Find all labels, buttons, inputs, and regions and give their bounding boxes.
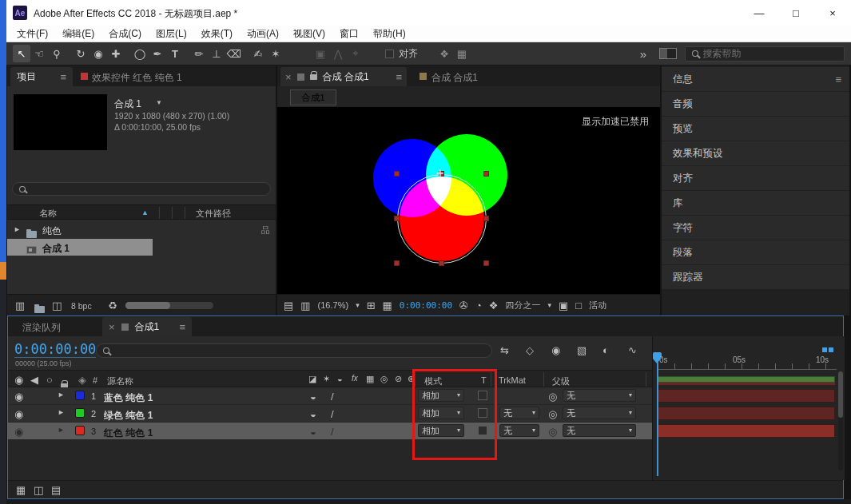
- selection-handle[interactable]: [394, 216, 400, 221]
- disclosure-icon[interactable]: ►: [58, 391, 65, 399]
- layer-duration-bar[interactable]: [658, 424, 835, 438]
- quality-best-icon[interactable]: /: [331, 391, 334, 402]
- video-eye-icon[interactable]: ◉: [14, 427, 23, 437]
- hand-tool-icon[interactable]: ☜: [30, 45, 48, 62]
- sidebar-panel-libraries[interactable]: 库: [662, 191, 849, 215]
- display-secondary-icon[interactable]: ▥: [300, 300, 310, 311]
- chevron-down-icon[interactable]: ▾: [356, 302, 360, 309]
- mask-visibility-icon[interactable]: ▦: [383, 300, 392, 311]
- layer-row-green[interactable]: ◉ ► 2 绿色 纯色 1 ◒ / 相加 ▾ 无 ▾ ◎ 无 ▾: [8, 405, 652, 422]
- parent-dropdown[interactable]: 无 ▾: [563, 424, 636, 437]
- brush-tool-icon[interactable]: ✏: [190, 45, 208, 62]
- display-icon[interactable]: ▤: [284, 300, 293, 311]
- scrollbar-thumb[interactable]: [838, 371, 843, 418]
- menu-composition[interactable]: 合成(C): [101, 26, 149, 42]
- magnification-dropdown[interactable]: (16.7%): [318, 300, 349, 310]
- rotation-tool-icon[interactable]: ↻: [72, 45, 89, 62]
- type-tool-icon[interactable]: T: [166, 45, 184, 62]
- color-depth-button[interactable]: 8 bpc: [71, 301, 92, 311]
- composition-viewer[interactable]: 显示加速已禁用 +: [277, 107, 660, 294]
- disclosure-icon[interactable]: ►: [58, 409, 65, 416]
- transparency-grid-icon[interactable]: □: [575, 300, 582, 311]
- preserve-transparency-checkbox[interactable]: [478, 426, 487, 435]
- sidebar-panel-preview[interactable]: 预览: [662, 117, 849, 141]
- tab-project[interactable]: 项目 ≡: [10, 67, 73, 86]
- grid-and-guides-icon[interactable]: ⊞: [367, 300, 376, 311]
- pickwhip-icon[interactable]: ◎: [548, 391, 557, 402]
- audio-icon[interactable]: ◀: [30, 375, 38, 385]
- sidebar-panel-effects-presets[interactable]: 效果和预设: [662, 141, 849, 165]
- solo-icon[interactable]: ○: [46, 375, 53, 385]
- project-search-box[interactable]: [12, 182, 271, 196]
- toggle-switches-pane-icon[interactable]: ▦: [16, 485, 26, 495]
- lock-icon[interactable]: [310, 74, 317, 80]
- layer-color-chip[interactable]: [75, 426, 85, 435]
- column-parent[interactable]: 父级: [552, 375, 570, 387]
- snap-checkbox[interactable]: [385, 50, 394, 58]
- selection-handle[interactable]: [483, 260, 489, 266]
- channels-icon[interactable]: ❖: [489, 300, 499, 311]
- sort-ascending-icon[interactable]: ▲: [141, 208, 149, 216]
- menu-edit[interactable]: 编辑(E): [55, 26, 101, 42]
- video-eye-icon[interactable]: ◉: [14, 391, 23, 402]
- help-search-input[interactable]: [703, 48, 837, 59]
- tab-composition-secondary[interactable]: 合成 合成1: [431, 71, 478, 85]
- work-area-bar[interactable]: [658, 376, 835, 383]
- quality-toggle-icon[interactable]: ◒: [310, 409, 316, 419]
- zoom-tool-icon[interactable]: ⚲: [48, 45, 66, 62]
- layer-duration-bar[interactable]: [658, 389, 835, 403]
- composition-mini-flowchart-icon[interactable]: ⇆: [500, 345, 509, 355]
- sidebar-panel-character[interactable]: 字符: [662, 216, 849, 240]
- menu-help[interactable]: 帮助(H): [366, 26, 413, 42]
- close-button[interactable]: ×: [814, 0, 851, 26]
- project-search-input[interactable]: [30, 184, 264, 195]
- disclosure-icon[interactable]: ►: [14, 226, 21, 233]
- work-area-end-handle[interactable]: [822, 347, 827, 352]
- toggle-transfer-controls-icon[interactable]: ◫: [34, 485, 43, 495]
- menu-view[interactable]: 视图(V): [286, 26, 332, 42]
- layer-row-blue[interactable]: ◉ ► 1 蓝色 纯色 1 ◒ / 相加 ▾ ◎ 无 ▾: [8, 387, 652, 404]
- scrollbar-thumb[interactable]: [125, 302, 170, 309]
- panel-menu-icon[interactable]: ≡: [835, 74, 841, 85]
- selection-handle[interactable]: [394, 171, 400, 177]
- snapshot-icon[interactable]: ✇: [459, 300, 468, 311]
- column-file-path[interactable]: 文件路径: [196, 208, 231, 220]
- graph-editor-icon[interactable]: ∿: [628, 345, 637, 355]
- timeline-search-input[interactable]: [114, 345, 485, 356]
- view-dropdown[interactable]: 活动: [589, 300, 606, 312]
- blend-mode-dropdown[interactable]: 相加 ▾: [418, 389, 464, 402]
- preserve-transparency-checkbox[interactable]: [478, 408, 487, 418]
- playhead-line[interactable]: [657, 359, 658, 476]
- pickwhip-icon[interactable]: ◎: [548, 427, 557, 437]
- toggle-inout-pane-icon[interactable]: ▤: [51, 485, 61, 495]
- clone-stamp-tool-icon[interactable]: ⊥: [208, 45, 225, 62]
- blend-mode-dropdown[interactable]: 相加 ▾: [418, 424, 464, 437]
- menu-effect[interactable]: 效果(T): [194, 26, 240, 42]
- shape-tool-icon[interactable]: ◯: [131, 45, 149, 62]
- show-snapshot-icon[interactable]: ◔: [475, 300, 482, 311]
- workspace-icon[interactable]: [659, 48, 677, 59]
- close-icon[interactable]: ×: [109, 322, 115, 332]
- grid-options-icon[interactable]: ▦: [453, 45, 471, 62]
- vertical-scrollbar[interactable]: [838, 371, 843, 470]
- parent-dropdown[interactable]: 无 ▾: [563, 389, 636, 402]
- panel-menu-icon[interactable]: ≡: [60, 72, 66, 82]
- viewer-tab[interactable]: 合成1: [290, 89, 336, 105]
- video-eye-icon[interactable]: ◉: [14, 409, 23, 419]
- horizontal-scrollbar[interactable]: [125, 302, 213, 309]
- current-time-display[interactable]: 0:00:00:00: [14, 341, 96, 358]
- column-mode[interactable]: 模式: [424, 375, 442, 387]
- menu-layer[interactable]: 图层(L): [149, 26, 194, 42]
- panel-menu-icon[interactable]: ≡: [179, 322, 185, 332]
- selection-handle[interactable]: [439, 260, 444, 266]
- sidebar-panel-tracker[interactable]: 跟踪器: [662, 265, 849, 289]
- chevron-down-icon[interactable]: ▾: [548, 302, 552, 309]
- column-preserve-transparency[interactable]: T: [481, 375, 487, 385]
- current-time-display[interactable]: 0:00:00:00: [400, 300, 452, 311]
- region-of-interest-icon[interactable]: ▣: [559, 300, 568, 311]
- video-eye-icon[interactable]: ◉: [14, 375, 23, 385]
- new-folder-icon[interactable]: [34, 306, 45, 313]
- layer-color-chip[interactable]: [75, 408, 85, 418]
- pickwhip-icon[interactable]: ◎: [548, 409, 557, 419]
- project-row-solids[interactable]: ► 纯色 品: [7, 221, 276, 238]
